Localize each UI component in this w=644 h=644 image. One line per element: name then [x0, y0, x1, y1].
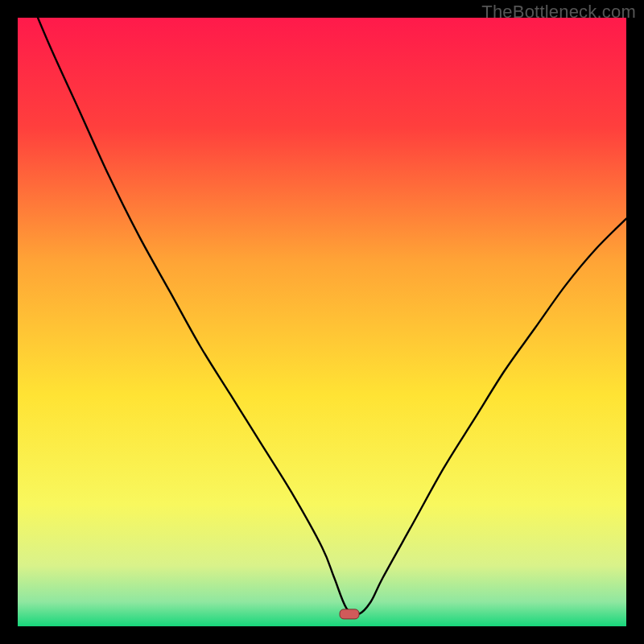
plot-area — [18, 18, 626, 626]
optimal-marker — [340, 609, 359, 619]
gradient-background — [18, 18, 626, 626]
chart-container: TheBottleneck.com — [0, 0, 644, 644]
chart-svg — [18, 18, 626, 626]
